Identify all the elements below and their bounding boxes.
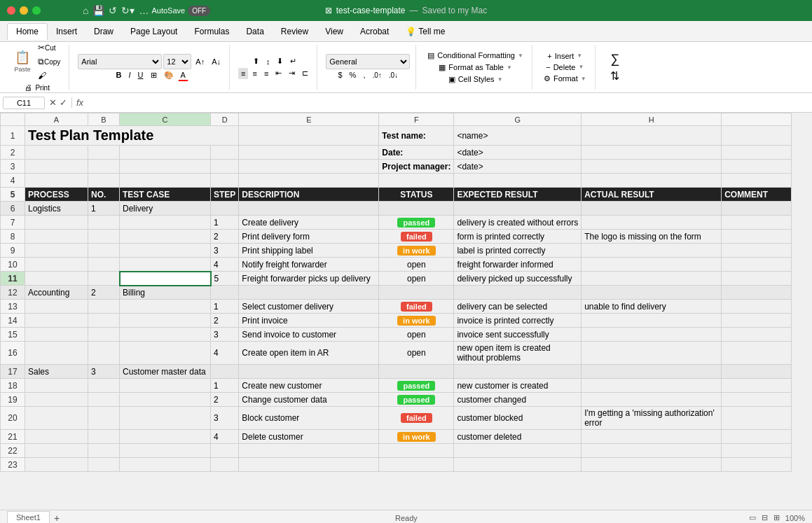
tab-review[interactable]: Review — [273, 24, 317, 39]
d15[interactable]: 3 — [211, 328, 239, 342]
decrease-decimal-button[interactable]: .0↓ — [386, 70, 401, 81]
minimize-button[interactable] — [20, 6, 28, 15]
g13[interactable]: delivery can be selected — [454, 300, 582, 314]
pm-value[interactable]: <date> — [454, 160, 582, 174]
d22[interactable] — [211, 444, 239, 458]
tab-insert[interactable]: Insert — [48, 24, 85, 39]
e11[interactable]: Freight forwarder picks up delivery — [239, 272, 379, 286]
a23[interactable] — [25, 458, 88, 472]
save-icon[interactable]: 💾 — [92, 5, 104, 16]
home-icon[interactable]: ⌂ — [83, 5, 88, 16]
h20[interactable]: I'm getting a 'missing authorization' er… — [582, 407, 722, 430]
formula-input[interactable] — [88, 98, 809, 108]
a14[interactable] — [25, 314, 88, 328]
test-name-value[interactable]: <name> — [454, 126, 582, 146]
b7[interactable] — [88, 216, 120, 230]
f7[interactable]: passed — [379, 216, 454, 230]
cell-i4[interactable] — [722, 174, 792, 188]
e21[interactable]: Delete customer — [239, 430, 379, 444]
c9[interactable] — [120, 244, 211, 258]
font-size-select[interactable]: 12 — [163, 54, 191, 69]
tab-page-layout[interactable]: Page Layout — [122, 24, 186, 39]
cell-a2[interactable] — [25, 146, 88, 160]
format-painter-button[interactable]: 🖌 — [35, 69, 63, 82]
c15[interactable] — [120, 328, 211, 342]
g23[interactable] — [454, 458, 582, 472]
conditional-formatting-button[interactable]: ▤ Conditional Formatting ▼ — [425, 50, 526, 62]
g9[interactable]: label is printed correctly — [454, 244, 582, 258]
expected-12[interactable] — [454, 286, 582, 300]
d16[interactable]: 4 — [211, 342, 239, 365]
cell-i2[interactable] — [722, 146, 792, 160]
c22[interactable] — [120, 444, 211, 458]
d10[interactable]: 4 — [211, 258, 239, 272]
b13[interactable] — [88, 300, 120, 314]
more-icon[interactable]: … — [139, 5, 149, 16]
e16[interactable]: Create open item in AR — [239, 342, 379, 365]
f13[interactable]: failed — [379, 300, 454, 314]
c21[interactable] — [120, 430, 211, 444]
page-break-view-icon[interactable]: ⊞ — [773, 513, 780, 522]
g11[interactable]: delivery picked up successfully — [454, 272, 582, 286]
fill-color-button[interactable]: 🎨 — [161, 69, 177, 81]
wrap-text-button[interactable]: ↵ — [287, 55, 299, 67]
undo-icon[interactable]: ↺ — [109, 5, 117, 16]
delete-cells-button[interactable]: − Delete ▼ — [543, 62, 586, 73]
increase-indent-button[interactable]: ⇥ — [286, 67, 298, 79]
g22[interactable] — [454, 444, 582, 458]
i8[interactable] — [722, 230, 792, 244]
b22[interactable] — [88, 444, 120, 458]
status-6[interactable] — [379, 202, 454, 216]
e23[interactable] — [239, 458, 379, 472]
i16[interactable] — [722, 342, 792, 365]
f10[interactable]: open — [379, 258, 454, 272]
a20[interactable] — [25, 407, 88, 430]
col-header-c[interactable]: C — [120, 113, 211, 126]
h16[interactable] — [582, 342, 722, 365]
desc-6[interactable] — [239, 202, 379, 216]
tc-delivery[interactable]: Delivery — [120, 202, 211, 216]
format-cells-button[interactable]: ⚙ Format ▼ — [541, 73, 589, 85]
d13[interactable]: 1 — [211, 300, 239, 314]
sum-button[interactable]: ∑ — [604, 50, 626, 68]
h7[interactable] — [582, 216, 722, 230]
a13[interactable] — [25, 300, 88, 314]
maximize-button[interactable] — [32, 6, 41, 15]
cut-button[interactable]: ✂ Cut — [35, 41, 63, 54]
d7[interactable]: 1 — [211, 216, 239, 230]
h11[interactable] — [582, 272, 722, 286]
decrease-font-button[interactable]: A↓ — [209, 56, 223, 67]
a22[interactable] — [25, 444, 88, 458]
c7[interactable] — [120, 216, 211, 230]
h13[interactable]: unable to find delivery — [582, 300, 722, 314]
c18[interactable] — [120, 379, 211, 393]
cell-e1[interactable] — [239, 126, 379, 146]
process-sales[interactable]: Sales — [25, 365, 88, 379]
c20[interactable] — [120, 407, 211, 430]
g16[interactable]: new open item is created without problem… — [454, 342, 582, 365]
bold-button[interactable]: B — [113, 69, 125, 81]
i13[interactable] — [722, 300, 792, 314]
insert-cells-button[interactable]: + Insert ▼ — [544, 50, 585, 62]
i10[interactable] — [722, 258, 792, 272]
process-logistics[interactable]: Logistics — [25, 202, 88, 216]
confirm-formula-icon[interactable]: ✓ — [60, 97, 67, 108]
step-17[interactable] — [211, 365, 239, 379]
align-top-button[interactable]: ⬆ — [250, 55, 262, 67]
cell-g4[interactable] — [454, 174, 582, 188]
col-header-h[interactable]: H — [582, 113, 722, 126]
h23[interactable] — [582, 458, 722, 472]
cell-c3[interactable] — [120, 160, 211, 174]
a21[interactable] — [25, 430, 88, 444]
paste-button[interactable]: 📋 Paste — [11, 49, 34, 75]
i15[interactable] — [722, 328, 792, 342]
g21[interactable]: customer deleted — [454, 430, 582, 444]
b8[interactable] — [88, 230, 120, 244]
autosave-toggle[interactable]: AutoSave OFF — [151, 6, 210, 16]
sheet-area[interactable]: A B C D E F G H 1 Test Plan Template — [0, 113, 812, 510]
i22[interactable] — [722, 444, 792, 458]
i11[interactable] — [722, 272, 792, 286]
cell-a4[interactable] — [25, 174, 88, 188]
borders-button[interactable]: ⊞ — [148, 69, 160, 81]
a10[interactable] — [25, 258, 88, 272]
